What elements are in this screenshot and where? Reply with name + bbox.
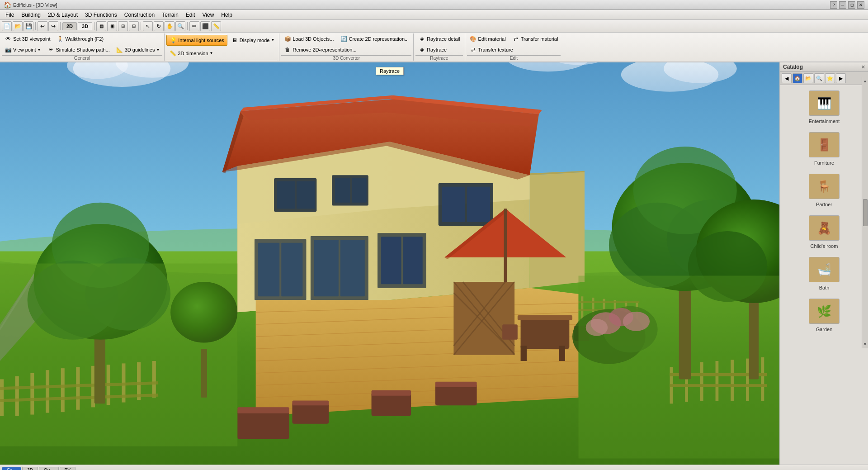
catalog-item-garden[interactable]: 🌿 Garden	[784, 297, 864, 334]
bottom-tab-pv[interactable]: PV	[60, 467, 75, 470]
menu-3d-functions[interactable]: 3D Functions	[81, 11, 121, 19]
measure-btn[interactable]: 📏	[211, 21, 221, 31]
catalog-item-childs-room[interactable]: 🧸 Child's room	[784, 214, 864, 251]
catalog-item-furniture[interactable]: 🚪 Furniture	[784, 130, 864, 167]
simulate-shadow-btn[interactable]: ☀ Simulate Shadow path...	[44, 44, 112, 55]
menu-view[interactable]: View	[199, 11, 218, 19]
bath-label: Bath	[819, 285, 830, 290]
svg-rect-57	[297, 181, 315, 209]
transfer-material-btn[interactable]: ⇄ Transfer material	[509, 33, 561, 44]
dropdown-arrow-view: ▼	[38, 48, 41, 52]
svg-rect-124	[435, 384, 477, 405]
svg-rect-101	[518, 315, 572, 320]
menubar: File Building 2D & Layout 3D Functions C…	[0, 10, 868, 20]
svg-rect-127	[237, 407, 289, 413]
raytrace-detail-btn[interactable]: ◈ Raytrace detail	[415, 33, 462, 44]
2d-tab[interactable]: 2D	[62, 22, 77, 30]
view-point-btn[interactable]: 📷 View point ▼	[2, 44, 43, 55]
rotate-btn[interactable]: ↻	[154, 21, 164, 31]
3d-guidelines-btn[interactable]: 📐 3D guidelines ▼	[113, 44, 163, 55]
menu-construction[interactable]: Construction	[121, 11, 158, 19]
bottom-tab-3d[interactable]: 3D	[22, 467, 38, 470]
catalog-home-btn[interactable]: 🏠	[793, 73, 802, 83]
internal-light-sources-btn[interactable]: 💡 Internal light sources	[166, 35, 227, 46]
main-layout: Raytrace Catalog ✕ ◀ 🏠 📂 🔍 ⭐ ▶ 🎹 Enterta…	[0, 62, 868, 465]
svg-rect-103	[559, 346, 565, 361]
menu-terrain[interactable]: Terrain	[158, 11, 182, 19]
help-btn[interactable]: ?	[830, 1, 837, 9]
open-btn[interactable]: 📂	[13, 21, 23, 31]
catalog-favorites-btn[interactable]: ⭐	[825, 73, 835, 83]
menu-edit[interactable]: Edit	[182, 11, 199, 19]
svg-rect-62	[442, 187, 465, 222]
display-icon: 🖥	[231, 37, 238, 44]
sep1	[35, 22, 36, 30]
scroll-up-arrow[interactable]: ▲	[862, 78, 868, 84]
raytrace-icon: ◈	[418, 46, 425, 53]
catalog-item-entertainment[interactable]: 🎹 Entertainment	[784, 89, 864, 126]
menu-file[interactable]: File	[2, 11, 18, 19]
svg-rect-66	[281, 243, 302, 297]
3d-tab[interactable]: 3D	[78, 22, 92, 30]
create-2d-rep-btn[interactable]: 🔄 Create 2D representation...	[337, 33, 411, 44]
view-4-btn[interactable]: ⊟	[129, 21, 139, 31]
minimize-btn[interactable]: ─	[839, 1, 846, 9]
titlebar-title: Edificius - [3D View]	[13, 2, 57, 8]
select-btn[interactable]: ↖	[143, 21, 153, 31]
catalog-item-bath[interactable]: 🛁 Bath	[784, 255, 864, 292]
camera-icon: 📷	[5, 46, 12, 53]
view-grid-btn[interactable]: ▦	[96, 21, 106, 31]
entertainment-label: Entertainment	[809, 119, 840, 124]
bottom-tab-qu[interactable]: Qu...	[39, 467, 59, 470]
raytrace-btn[interactable]: ◈ Raytrace	[415, 44, 449, 55]
viewport[interactable]: Raytrace	[0, 62, 779, 465]
scroll-thumb[interactable]	[863, 199, 868, 226]
3d-dimension-btn[interactable]: 📏 3D dimension ▼	[166, 48, 216, 59]
set-3d-viewpoint-btn[interactable]: 👁 Set 3D viewpoint	[2, 33, 53, 44]
save-btn[interactable]: 💾	[24, 21, 33, 31]
restore-btn[interactable]: ◻	[848, 1, 855, 9]
display-mode-btn[interactable]: 🖥 Display mode ▼	[228, 35, 278, 46]
new-btn[interactable]: 📄	[2, 21, 12, 31]
svg-rect-129	[579, 275, 779, 458]
walkthrough-btn[interactable]: 🚶 Walkthrough (F2)	[54, 33, 107, 44]
catalog-close-icon[interactable]: ✕	[861, 64, 865, 70]
svg-rect-63	[467, 187, 490, 222]
pan-btn[interactable]: ✋	[165, 21, 175, 31]
garden-label: Garden	[816, 327, 833, 332]
titlebar-controls[interactable]: ? ─ ◻ ✕	[830, 1, 864, 9]
redo-btn[interactable]: ↪	[48, 21, 58, 31]
viewport-svg	[0, 62, 779, 465]
transfer-texture-btn[interactable]: ⇄ Transfer texture	[467, 44, 516, 55]
undo-btn[interactable]: ↩	[38, 21, 47, 31]
edit-material-btn[interactable]: 🎨 Edit material	[467, 33, 509, 44]
menu-building[interactable]: Building	[18, 11, 44, 19]
bottom-tab-ca[interactable]: Ca...	[2, 467, 21, 470]
svg-rect-72	[403, 237, 423, 284]
titlebar-left: 🏠 Edificius - [3D View]	[4, 1, 57, 9]
zoom-btn[interactable]: 🔍	[175, 21, 185, 31]
view-single-btn[interactable]: ▣	[107, 21, 117, 31]
eraser-btn[interactable]: ⬛	[200, 21, 210, 31]
remove-2d-rep-btn[interactable]: 🗑 Remove 2D-representation...	[281, 44, 359, 55]
garden-icon: 🌿	[809, 299, 840, 324]
svg-rect-121	[292, 401, 329, 406]
catalog-panel: Catalog ✕ ◀ 🏠 📂 🔍 ⭐ ▶ 🎹 Entertainment 🚪 …	[779, 62, 868, 465]
view-split-btn[interactable]: ⊞	[118, 21, 128, 31]
load-3d-objects-btn[interactable]: 📦 Load 3D Objects...	[281, 33, 336, 44]
scroll-down-arrow[interactable]: ▼	[862, 341, 868, 347]
catalog-fwd-btn[interactable]: ▶	[836, 73, 846, 83]
pencil-btn[interactable]: ✏	[189, 21, 199, 31]
close-btn[interactable]: ✕	[857, 1, 864, 9]
raytrace-tooltip: Raytrace	[376, 67, 404, 75]
catalog-back-btn[interactable]: ◀	[782, 73, 792, 83]
icon-toolbar: 📄 📂 💾 ↩ ↪ 2D 3D ▦ ▣ ⊞ ⊟ ↖ ↻ ✋ 🔍 ✏ ⬛ 📏	[0, 20, 868, 33]
furniture-label: Furniture	[814, 160, 834, 166]
catalog-item-partner[interactable]: 🪑 Partner	[784, 172, 864, 209]
catalog-category-btn[interactable]: 📂	[803, 73, 813, 83]
menu-2d-layout[interactable]: 2D & Layout	[44, 11, 81, 19]
catalog-scrollbar[interactable]: ▲ ▼	[862, 77, 868, 348]
svg-rect-56	[277, 181, 295, 209]
menu-help[interactable]: Help	[217, 11, 236, 19]
catalog-search-btn[interactable]: 🔍	[814, 73, 824, 83]
